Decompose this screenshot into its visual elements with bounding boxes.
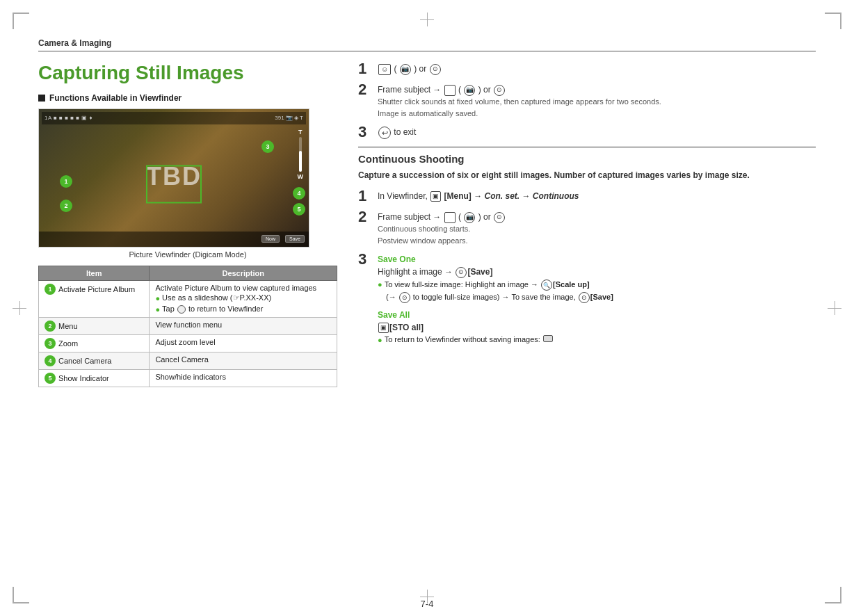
save-all-label: Save All (378, 310, 410, 320)
row3-desc: Adjust zoom level (150, 335, 337, 352)
cont-step3-bullet1b: (→ ⊙ to toggle full-size images) → To sa… (378, 292, 816, 303)
save-circle-icon: ⊙ (456, 267, 467, 278)
table-row: 1 Activate Picture Album Activate Pictur… (39, 280, 337, 318)
cont-step3-row: 3 Save One Highlight a image → ⊙[Save] ●… (358, 252, 816, 345)
section-label: Camera & Imaging (38, 38, 816, 51)
crosshair-right (828, 301, 841, 315)
cont-step2-row: 2 Frame subject → ( 📷 ) or ⊙ Continuous … (358, 209, 816, 246)
row2-item: Menu (58, 322, 78, 330)
step1-icon1: ☺ (378, 64, 391, 75)
cont-step2-camera-icon: 📷 (464, 212, 475, 223)
functions-table: Item Description 1 Activate Picture Albu… (38, 266, 337, 388)
step2-lens-icon: ⊙ (494, 85, 505, 96)
cont-step2-content: Frame subject → ( 📷 ) or ⊙ Continuous sh… (378, 209, 816, 246)
row1-bullet1: Use as a slideshow (☞P.XX-XX) (162, 293, 271, 302)
row5-item: Show Indicator (58, 374, 109, 382)
black-square-icon (38, 95, 45, 102)
corner-mark-bl (13, 587, 29, 603)
step2-row: 2 Frame subject → ( 📷 ) or ⊙ Shutter cli… (358, 82, 816, 119)
save-one-label: Save One (378, 254, 416, 264)
step3-row: 3 ↩ to exit (358, 124, 816, 140)
cont-step1-row: 1 In Viewfinder, ▣ [Menu] → Con. set. → … (358, 188, 816, 204)
cont-step2-lens-icon: ⊙ (494, 212, 505, 223)
callout-5: 5 (293, 203, 305, 216)
cont-step3-content: Save One Highlight a image → ⊙[Save] ● T… (378, 252, 816, 345)
step2-camera-icon: 📷 (464, 85, 475, 96)
continuous-heading: Continuous Shooting (358, 153, 816, 165)
cont-step1-menu: [Menu] → Con. set. → Continuous (444, 191, 579, 201)
step1-lens-icon: ⊙ (430, 64, 441, 75)
cont-step2-num: 2 (358, 209, 371, 225)
step2-or: or (483, 85, 493, 95)
callout-4: 4 (293, 187, 305, 200)
row1-num: 1 (45, 284, 56, 295)
corner-mark-tl (13, 13, 29, 29)
section-divider (358, 147, 816, 147)
step2-num: 2 (358, 82, 371, 97)
row2-num: 2 (45, 321, 56, 332)
left-column: Capturing Still Images Functions Availab… (38, 61, 337, 387)
step2-content: Frame subject → ( 📷 ) or ⊙ Shutter click… (378, 82, 816, 119)
cont-step2-bracket-close: ) (478, 212, 481, 222)
row1-item: Activate Picture Album (58, 285, 135, 293)
row5-num: 5 (45, 373, 56, 384)
zoom-bar: T W (298, 129, 304, 180)
step1-camera-icon: 📷 (400, 64, 411, 75)
step2-frame: Frame subject → (378, 85, 444, 95)
viewfinder-caption: Picture Viewfinder (Digicam Mode) (38, 250, 337, 259)
callout-2: 2 (60, 200, 72, 212)
step1-row: 1 ☺ ( 📷 ) or ⊙ (358, 61, 816, 76)
save-btn[interactable]: Save (285, 235, 305, 243)
step3-exit: to exit (394, 127, 416, 137)
camera-status-right: 391 📷 ◈ T (275, 115, 303, 121)
cont-step3-bullet1: ● To view full-size image: Highlight an … (378, 279, 816, 291)
cont-step2-or: or (483, 212, 493, 222)
callout-3: 3 (261, 140, 274, 153)
step1-bracket-close: ) (414, 64, 417, 74)
row3-item: Zoom (58, 339, 78, 348)
focus-box (146, 165, 202, 204)
menu-icon: ▣ (430, 191, 441, 202)
row4-num: 4 (45, 355, 56, 366)
table-row: 5 Show Indicator Show/hide indicators (39, 370, 337, 387)
step2-sub1: Shutter click sounds at fixed volume, th… (378, 96, 816, 108)
step3-num: 3 (358, 124, 371, 140)
table-row: 4 Cancel Camera Cancel Camera (39, 352, 337, 370)
table-row: 2 Menu View function menu (39, 318, 337, 335)
step2-bracket-close: ) (478, 85, 481, 95)
scale-icon: 🔍 (541, 279, 552, 291)
cont-step3-bullet2: ● To return to Viewfinder without saving… (378, 335, 816, 345)
corner-mark-tr (825, 13, 841, 29)
now-btn[interactable]: Now (261, 235, 280, 243)
corner-mark-br (825, 587, 841, 603)
cont-step1-text1: In Viewfinder, (378, 191, 430, 201)
step2-sub2: Image is automatically saved. (378, 108, 816, 120)
cont-step2-icon1 (444, 212, 456, 223)
cont-step2-sub2: Postview window appears. (378, 235, 816, 247)
callout-1: 1 (60, 175, 72, 188)
cont-step3-num: 3 (358, 252, 371, 267)
right-column: 1 ☺ ( 📷 ) or ⊙ 2 Frame (358, 61, 816, 387)
cont-step2-sub1: Continuous shooting starts. (378, 223, 816, 235)
row1-desc-cell: Activate Picture Album to view captured … (150, 280, 337, 318)
table-col-desc: Description (150, 266, 337, 280)
step2-icon1 (444, 85, 456, 96)
step2-bracket-open: ( (458, 85, 461, 95)
step1-bracket-open: ( (394, 64, 397, 74)
toggle-icon: ⊙ (399, 292, 410, 303)
row2-desc: View function menu (150, 318, 337, 335)
cont-step1-content: In Viewfinder, ▣ [Menu] → Con. set. → Co… (378, 188, 816, 202)
row4-item: Cancel Camera (58, 357, 111, 365)
cont-step2-bracket-open: ( (458, 212, 461, 222)
continuous-subtext: Capture a succession of six or eight sti… (358, 169, 816, 181)
functions-heading-text: Functions Available in Viewfinder (49, 93, 182, 103)
end-icon (543, 335, 553, 342)
cont-step1-num: 1 (358, 188, 371, 204)
step1-or: or (419, 64, 429, 74)
crosshair-top (420, 13, 434, 26)
camera-status-left: 1A ■ ■ ■ ■ ■ ▣ ♦ (45, 115, 92, 121)
row5-desc: Show/hide indicators (150, 370, 337, 387)
row1-bullet2: Tap to return to Viewfinder (162, 305, 263, 314)
zoom-t-label: T (298, 129, 303, 136)
page-number: 7-4 (421, 599, 434, 609)
